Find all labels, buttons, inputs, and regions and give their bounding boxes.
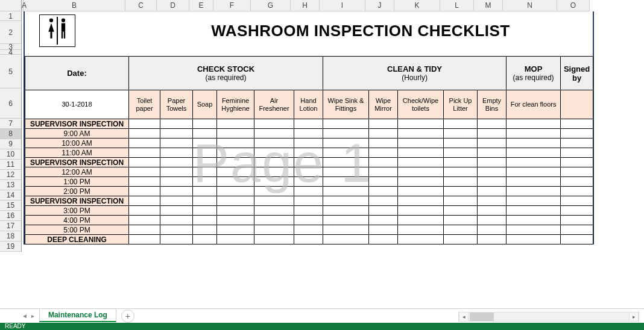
col-C[interactable]: C — [125, 0, 157, 11]
checklist-cell[interactable] — [254, 206, 294, 216]
checklist-cell[interactable] — [561, 167, 593, 177]
checklist-cell[interactable] — [507, 158, 561, 167]
checklist-cell[interactable] — [129, 119, 160, 129]
row-8[interactable]: 8 — [0, 129, 21, 139]
checklist-cell[interactable] — [129, 129, 160, 139]
checklist-cell[interactable] — [129, 167, 160, 177]
checklist-cell[interactable] — [478, 119, 507, 129]
checklist-cell[interactable] — [398, 129, 444, 139]
checklist-cell[interactable] — [369, 216, 398, 225]
checklist-cell[interactable] — [254, 119, 294, 129]
checklist-cell[interactable] — [444, 216, 478, 225]
checklist-cell[interactable] — [193, 196, 217, 206]
checklist-cell[interactable] — [507, 119, 561, 129]
checklist-cell[interactable] — [507, 187, 561, 196]
checklist-cell[interactable] — [444, 177, 478, 187]
checklist-cell[interactable] — [217, 129, 254, 139]
checklist-cell[interactable] — [561, 129, 593, 139]
checklist-cell[interactable] — [369, 225, 398, 235]
checklist-cell[interactable] — [129, 225, 160, 235]
checklist-cell[interactable] — [444, 139, 478, 148]
checklist-cell[interactable] — [323, 235, 369, 244]
checklist-cell[interactable] — [561, 119, 593, 129]
checklist-cell[interactable] — [160, 148, 193, 158]
checklist-cell[interactable] — [478, 139, 507, 148]
col-M[interactable]: M — [474, 0, 503, 11]
checklist-cell[interactable] — [129, 187, 160, 196]
scroll-thumb[interactable] — [470, 313, 494, 321]
checklist-cell[interactable] — [369, 206, 398, 216]
checklist-cell[interactable] — [217, 177, 254, 187]
checklist-cell[interactable] — [160, 129, 193, 139]
checklist-cell[interactable] — [217, 187, 254, 196]
checklist-cell[interactable] — [478, 225, 507, 235]
checklist-cell[interactable] — [478, 177, 507, 187]
checklist-cell[interactable] — [294, 196, 323, 206]
row-10[interactable]: 10 — [0, 149, 21, 160]
row-19[interactable]: 19 — [0, 241, 21, 252]
col-I[interactable]: I — [320, 0, 365, 11]
checklist-cell[interactable] — [323, 187, 369, 196]
checklist-cell[interactable] — [217, 148, 254, 158]
checklist-cell[interactable] — [294, 216, 323, 225]
checklist-cell[interactable] — [129, 177, 160, 187]
checklist-cell[interactable] — [217, 139, 254, 148]
checklist-cell[interactable] — [444, 235, 478, 244]
checklist-cell[interactable] — [444, 167, 478, 177]
checklist-cell[interactable] — [160, 139, 193, 148]
checklist-cell[interactable] — [369, 196, 398, 206]
checklist-cell[interactable] — [294, 206, 323, 216]
checklist-cell[interactable] — [129, 148, 160, 158]
checklist-cell[interactable] — [478, 196, 507, 206]
checklist-cell[interactable] — [398, 187, 444, 196]
checklist-cell[interactable] — [507, 206, 561, 216]
checklist-cell[interactable] — [129, 196, 160, 206]
col-D[interactable]: D — [157, 0, 189, 11]
checklist-cell[interactable] — [323, 148, 369, 158]
checklist-cell[interactable] — [193, 225, 217, 235]
checklist-cell[interactable] — [507, 139, 561, 148]
checklist-cell[interactable] — [193, 129, 217, 139]
checklist-cell[interactable] — [561, 187, 593, 196]
checklist-cell[interactable] — [193, 139, 217, 148]
checklist-cell[interactable] — [254, 167, 294, 177]
checklist-cell[interactable] — [398, 225, 444, 235]
checklist-cell[interactable] — [193, 235, 217, 244]
checklist-cell[interactable] — [561, 206, 593, 216]
checklist-cell[interactable] — [160, 196, 193, 206]
checklist-cell[interactable] — [507, 196, 561, 206]
checklist-cell[interactable] — [129, 216, 160, 225]
scroll-left-icon[interactable]: ◂ — [459, 313, 469, 321]
checklist-cell[interactable] — [398, 206, 444, 216]
checklist-cell[interactable] — [254, 235, 294, 244]
checklist-cell[interactable] — [369, 187, 398, 196]
checklist-cell[interactable] — [561, 235, 593, 244]
checklist-cell[interactable] — [398, 148, 444, 158]
row-7[interactable]: 7 — [0, 119, 21, 129]
checklist-cell[interactable] — [561, 148, 593, 158]
checklist-cell[interactable] — [160, 187, 193, 196]
checklist-cell[interactable] — [193, 148, 217, 158]
checklist-cell[interactable] — [193, 158, 217, 167]
checklist-cell[interactable] — [160, 235, 193, 244]
checklist-cell[interactable] — [561, 225, 593, 235]
checklist-cell[interactable] — [323, 119, 369, 129]
checklist-cell[interactable] — [323, 196, 369, 206]
checklist-cell[interactable] — [294, 225, 323, 235]
checklist-cell[interactable] — [369, 148, 398, 158]
row-13[interactable]: 13 — [0, 180, 21, 190]
checklist-cell[interactable] — [323, 167, 369, 177]
checklist-cell[interactable] — [507, 216, 561, 225]
checklist-cell[interactable] — [294, 129, 323, 139]
checklist-cell[interactable] — [444, 129, 478, 139]
checklist-cell[interactable] — [193, 206, 217, 216]
checklist-cell[interactable] — [294, 177, 323, 187]
checklist-cell[interactable] — [398, 177, 444, 187]
row-1[interactable]: 1 — [0, 11, 21, 21]
checklist-cell[interactable] — [160, 206, 193, 216]
checklist-cell[interactable] — [323, 216, 369, 225]
checklist-cell[interactable] — [369, 119, 398, 129]
checklist-cell[interactable] — [478, 158, 507, 167]
checklist-cell[interactable] — [160, 119, 193, 129]
col-J[interactable]: J — [365, 0, 394, 11]
